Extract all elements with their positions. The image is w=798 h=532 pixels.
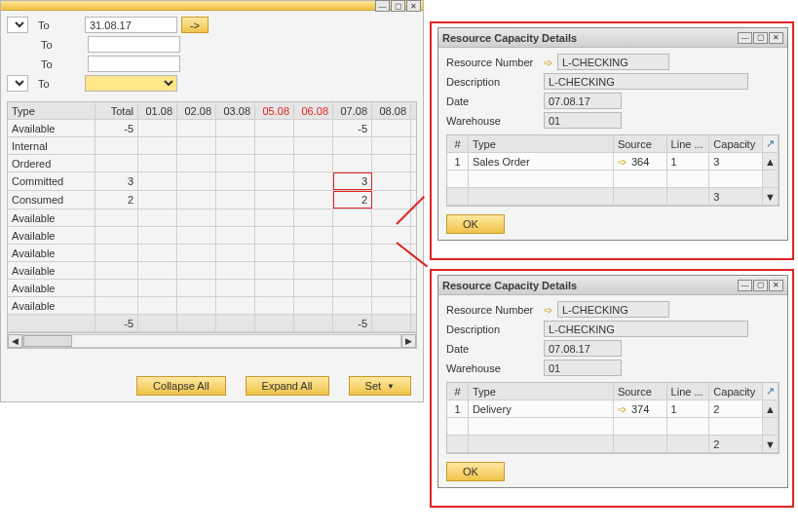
grid-row[interactable]: Available [8,280,416,297]
col-line: Line ... [667,135,710,152]
from-select-4[interactable] [7,75,28,92]
scroll-down-icon[interactable]: ▼ [765,438,776,450]
grid-row[interactable]: Committed33 [8,172,416,191]
description-field[interactable] [544,73,748,90]
from-select-1[interactable] [7,17,28,33]
minimize-button[interactable]: — [375,0,390,12]
set-dropdown-button[interactable]: Set▼ [349,376,411,396]
go-button[interactable]: -> [181,17,209,33]
grid-header: 06.08 [294,102,333,119]
popup1-close[interactable]: ✕ [769,32,783,44]
col-num: # [447,383,469,399]
col-source: Source [614,383,667,399]
grid-row[interactable]: Ordered [8,155,416,172]
grid-header: 02.08 [177,102,216,119]
capacity-total: 3 [709,188,763,205]
wh-label: Warehouse [446,115,544,127]
res-label: Resource Number [446,57,544,68]
resource-number-field[interactable] [557,301,669,318]
wh-label: Warehouse [446,362,544,374]
date-label: Date [446,343,544,355]
popup-committed: Resource Capacity Details — ▢ ✕ Resource… [437,27,788,241]
grid-header: Type [8,102,95,119]
close-button[interactable]: ✕ [406,0,421,12]
col-capacity: Capacity [709,135,763,152]
description-field[interactable] [544,321,748,337]
to-label-4: To [32,78,81,90]
warehouse-field[interactable] [544,112,622,129]
grid-row[interactable]: Consumed22 [8,191,416,209]
desc-label: Description [446,323,544,335]
resource-number-field[interactable] [557,54,669,70]
popup1-maximize[interactable]: ▢ [753,32,768,44]
grid-header: 03.08 [216,102,255,119]
grid-header: 07.08 [333,102,372,119]
collapse-all-button[interactable]: Collapse All [136,376,225,396]
main-window: — ▢ ✕ To -> To To To TypeTotal01.0 [0,0,424,402]
to-label: To [32,19,81,31]
detail-row[interactable]: 1 Delivery 374 1 2 ▲ [447,400,779,418]
scroll-up-icon[interactable]: ▲ [765,403,776,415]
to-input-2[interactable] [88,36,180,53]
grid-row[interactable]: Available-5-5 [8,120,416,137]
popup2-minimize[interactable]: — [738,280,752,291]
col-source: Source [614,135,667,152]
detail-grid-1: # Type Source Line ... Capacity ↗ 1 Sale… [446,134,779,207]
date-field[interactable] [544,340,622,357]
popup1-minimize[interactable]: — [738,32,752,44]
grid-row[interactable]: Available [8,245,416,262]
date-field[interactable] [544,93,622,109]
col-num: # [447,135,469,152]
grid-header: Total [95,102,138,119]
link-arrow-icon[interactable] [544,304,554,315]
grid-row[interactable]: Available [8,297,416,315]
res-label: Resource Number [446,304,544,316]
detail-grid-2: # Type Source Line ... Capacity ↗ 1 Deli… [446,382,779,454]
to-input-3[interactable] [88,56,180,72]
col-type: Type [469,135,614,152]
ok-button[interactable]: OK [446,214,505,234]
scroll-down-icon[interactable]: ▼ [765,191,776,203]
to-date-input[interactable] [85,17,177,33]
to-select-4[interactable] [85,75,177,92]
expand-all-button[interactable]: Expand All [246,376,329,396]
grid-row[interactable]: Available [8,227,416,245]
popup2-close[interactable]: ✕ [769,280,783,291]
scroll-up-icon[interactable]: ▲ [765,156,776,168]
grid-header: 01.08 [138,102,177,119]
warehouse-field[interactable] [544,360,622,376]
to-label-3: To [35,58,84,70]
maximize-button[interactable]: ▢ [391,0,405,12]
popup-title: Resource Capacity Details [442,32,738,44]
popup-consumed: Resource Capacity Details — ▢ ✕ Resource… [437,275,788,488]
col-capacity: Capacity [709,383,763,399]
date-label: Date [446,95,544,107]
scroll-left-button[interactable]: ◀ [8,334,22,348]
popup-title: Resource Capacity Details [442,280,738,291]
grid-row[interactable]: Available [8,262,416,280]
expand-icon[interactable]: ↗ [766,385,775,398]
desc-label: Description [446,76,544,88]
ok-button[interactable]: OK [446,462,505,481]
link-arrow-icon[interactable] [544,57,554,67]
popup2-maximize[interactable]: ▢ [753,280,768,291]
grid-row[interactable]: Internal [8,137,416,155]
grid-scrollbar[interactable]: ◀ ▶ [8,332,416,348]
capacity-grid: TypeTotal01.0802.0803.0805.0806.0807.080… [7,101,417,349]
link-arrow-icon[interactable] [618,403,628,414]
to-label-2: To [35,39,84,51]
grid-header: 05.08 [255,102,294,119]
col-type: Type [469,383,614,399]
expand-icon[interactable]: ↗ [766,137,775,150]
capacity-total: 2 [709,436,763,452]
col-line: Line ... [667,383,710,399]
titlebar: — ▢ ✕ [1,1,423,11]
grid-header: 08.08 [372,102,411,119]
grid-row[interactable]: Available [8,209,416,227]
link-arrow-icon[interactable] [618,156,628,167]
detail-row[interactable]: 1 Sales Order 364 1 3 ▲ [447,153,779,171]
scroll-right-button[interactable]: ▶ [401,334,416,348]
